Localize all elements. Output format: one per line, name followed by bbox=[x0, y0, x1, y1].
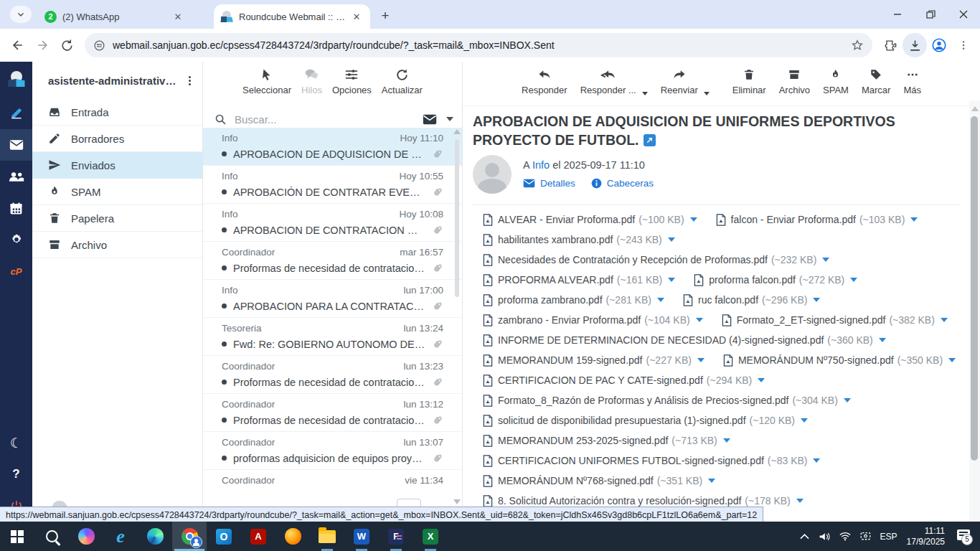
attachment-menu-caret-icon[interactable] bbox=[668, 278, 675, 282]
message-row[interactable]: Info Hoy 11:10 APROBACION DE ADQUISICION… bbox=[203, 128, 462, 166]
scroll-up-icon[interactable] bbox=[971, 106, 979, 111]
attachment-menu-caret-icon[interactable] bbox=[850, 278, 857, 282]
scroll-thumb[interactable] bbox=[971, 116, 978, 461]
scroll-down-icon[interactable] bbox=[453, 499, 461, 504]
threads-button[interactable]: Hilos bbox=[301, 67, 322, 95]
attachment-item[interactable]: ruc falcon.pdf (~296 KB) bbox=[683, 294, 821, 306]
rail-calendar-button[interactable] bbox=[0, 192, 32, 224]
folder-spam[interactable]: SPAM bbox=[32, 179, 202, 205]
message-row[interactable]: Info lun 17:00 APROBACION PARA LA CONTRA… bbox=[203, 280, 462, 318]
reply-all-caret-icon[interactable] bbox=[642, 92, 648, 95]
roundcube-logo[interactable] bbox=[0, 62, 32, 98]
downloads-button[interactable] bbox=[903, 33, 927, 57]
attachment-item[interactable]: zambrano - Enviar Proforma.pdf (~104 KB) bbox=[483, 314, 703, 326]
site-settings-icon[interactable] bbox=[93, 39, 105, 52]
address-bar[interactable]: webmail.sanjuan.gob.ec/cpsess4728443724/… bbox=[85, 33, 872, 57]
taskbar-app-acrobat[interactable]: A bbox=[241, 522, 275, 551]
message-status-dot[interactable] bbox=[222, 456, 227, 461]
attachment-menu-caret-icon[interactable] bbox=[813, 458, 820, 463]
message-row[interactable]: Coordinador lun 13:12 Proformas de neces… bbox=[203, 394, 462, 432]
search-options-caret-icon[interactable] bbox=[446, 117, 453, 121]
volume-icon[interactable] bbox=[819, 532, 830, 542]
attachment-item[interactable]: MEMORANDUM 159-signed.pdf (~227 KB) bbox=[483, 354, 705, 367]
taskbar-app-search[interactable] bbox=[34, 522, 69, 551]
message-row[interactable]: Tesoreria lun 13:24 Fwd: Re: GOBIERNO AU… bbox=[203, 318, 462, 356]
attachment-menu-caret-icon[interactable] bbox=[879, 338, 886, 342]
cast-icon[interactable] bbox=[860, 532, 871, 542]
forward-caret-icon[interactable] bbox=[704, 92, 710, 95]
rail-settings-button[interactable] bbox=[0, 224, 32, 255]
message-status-dot[interactable] bbox=[222, 265, 227, 270]
notification-center-button[interactable]: 5 bbox=[954, 528, 973, 545]
attachment-menu-caret-icon[interactable] bbox=[696, 318, 703, 322]
attachment-item[interactable]: MEMORANDUM 253-2025-signed.pdf (~713 KB) bbox=[483, 435, 730, 447]
message-status-dot[interactable] bbox=[222, 418, 227, 423]
attachment-menu-caret-icon[interactable] bbox=[758, 378, 765, 382]
tab-roundcube[interactable]: Roundcube Webmail :: Enviados ✕ bbox=[214, 4, 370, 29]
attachment-menu-caret-icon[interactable] bbox=[690, 217, 697, 222]
taskbar-app-copilot[interactable] bbox=[69, 522, 103, 551]
folder-papelera[interactable]: Papelera bbox=[32, 205, 202, 232]
reply-button[interactable]: Responder bbox=[522, 67, 567, 95]
back-button[interactable] bbox=[6, 33, 30, 57]
attachment-item[interactable]: ALVEAR - Enviar Proforma.pdf (~100 KB) bbox=[483, 214, 697, 226]
message-status-dot[interactable] bbox=[222, 151, 227, 156]
reply-all-button[interactable]: Responder ... bbox=[580, 67, 636, 95]
attachment-menu-caret-icon[interactable] bbox=[657, 298, 664, 302]
attachment-item[interactable]: CERTIFICACION DE PAC Y CATE-signed.pdf (… bbox=[483, 375, 765, 387]
rail-contacts-button[interactable] bbox=[0, 161, 32, 192]
close-window-button[interactable] bbox=[947, 0, 980, 29]
message-status-dot[interactable] bbox=[222, 189, 227, 194]
cpanel-logo[interactable]: cP bbox=[0, 255, 32, 287]
restore-button[interactable] bbox=[914, 0, 947, 29]
minimize-button[interactable] bbox=[881, 0, 914, 29]
taskbar-app-edge[interactable] bbox=[138, 522, 172, 551]
forward-button[interactable]: Reenviar bbox=[661, 67, 698, 95]
content-scrollbar[interactable] bbox=[969, 100, 980, 522]
attachment-item[interactable]: proforma zambrano.pdf (~281 KB) bbox=[483, 294, 664, 306]
attachment-item[interactable]: Formato_8_Razón de Proformas y Análisis … bbox=[483, 395, 851, 407]
attachment-menu-caret-icon[interactable] bbox=[697, 358, 705, 362]
list-scrollbar[interactable] bbox=[453, 129, 461, 522]
attachment-menu-caret-icon[interactable] bbox=[948, 358, 956, 362]
more-button[interactable]: Más bbox=[903, 67, 921, 95]
language-indicator[interactable]: ESP bbox=[880, 532, 897, 542]
open-in-new-window-icon[interactable] bbox=[644, 134, 656, 146]
taskbar-app-ie[interactable]: e bbox=[103, 522, 138, 551]
folder-entrada[interactable]: Entrada bbox=[32, 99, 202, 126]
attachment-item[interactable]: 8. Solicitud Autorización contra y resol… bbox=[483, 495, 804, 507]
tray-expand-icon[interactable] bbox=[800, 533, 809, 540]
message-row[interactable]: Coordinador lun 13:07 proformas adquisic… bbox=[203, 432, 462, 470]
tab-whatsapp[interactable]: 2 (2) WhatsApp ✕ bbox=[37, 4, 192, 29]
taskbar-app-firefox[interactable] bbox=[275, 522, 310, 551]
attachment-menu-caret-icon[interactable] bbox=[801, 418, 808, 423]
message-status-dot[interactable] bbox=[222, 342, 227, 347]
attachment-item[interactable]: MEMORÁNDUM Nº768-signed.pdf (~351 KB) bbox=[483, 475, 715, 487]
attachment-item[interactable]: solicitud de disponibilidad presupuestar… bbox=[483, 415, 808, 427]
archive-button[interactable]: Archivo bbox=[779, 67, 810, 95]
message-row[interactable]: Coordinador vie 11:34 bbox=[203, 470, 462, 508]
attachment-menu-caret-icon[interactable] bbox=[910, 217, 918, 222]
scroll-thumb[interactable] bbox=[455, 139, 459, 297]
close-tab-icon[interactable]: ✕ bbox=[171, 10, 184, 23]
attachment-menu-caret-icon[interactable] bbox=[723, 438, 730, 443]
account-header[interactable]: asistente-administrativo@sa... bbox=[32, 62, 202, 99]
close-tab-icon[interactable]: ✕ bbox=[350, 10, 363, 23]
taskbar-app-start[interactable] bbox=[0, 522, 34, 551]
message-row[interactable]: Info Hoy 10:55 APROBACIÓN DE CONTRATAR E… bbox=[203, 166, 462, 204]
folder-enviados[interactable]: Enviados bbox=[32, 152, 202, 179]
attachment-item[interactable]: INFORME DE DETERMINACION DE NECESIDAD (4… bbox=[483, 334, 886, 347]
attachment-menu-caret-icon[interactable] bbox=[668, 237, 675, 242]
folder-borradores[interactable]: Borradores bbox=[32, 126, 202, 152]
search-scope-mail-icon[interactable] bbox=[423, 114, 437, 125]
attachment-item[interactable]: CERTIFICACION UNIFORMES FUTBOL-signed-si… bbox=[483, 455, 820, 467]
message-row[interactable]: Coordinador mar 16:57 Proformas de neces… bbox=[203, 242, 462, 280]
search-input[interactable] bbox=[233, 113, 416, 126]
bookmark-star-icon[interactable] bbox=[851, 39, 864, 52]
tab-search-button[interactable] bbox=[10, 6, 32, 23]
browser-menu-icon[interactable] bbox=[951, 33, 976, 57]
taskbar-app-fes[interactable]: F bbox=[379, 522, 413, 551]
taskbar-app-word[interactable]: W bbox=[344, 522, 379, 551]
attachment-item[interactable]: falcon - Enviar Proforma.pdf (~103 KB) bbox=[716, 214, 918, 226]
taskbar-app-chrome[interactable] bbox=[172, 522, 207, 551]
